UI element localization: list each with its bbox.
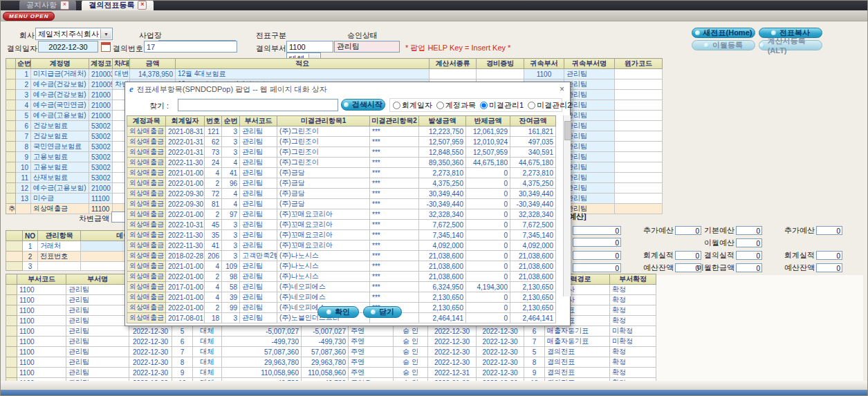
grid-cell[interactable]: 62 xyxy=(205,137,222,147)
radio-icon[interactable] xyxy=(528,102,535,109)
grid-cell[interactable]: (주)금담 xyxy=(277,199,370,209)
grid-cell[interactable]: 확정 xyxy=(610,357,656,368)
grid-cell[interactable]: 2021-01-00 xyxy=(166,292,205,303)
grid-cell[interactable]: 57,087,360 xyxy=(222,347,302,357)
popup-search-input[interactable] xyxy=(178,99,338,111)
grid-cell[interactable]: (주)꼬매요코리아 xyxy=(277,209,370,220)
column-header[interactable]: 관리항목 xyxy=(38,231,81,241)
radio-icon[interactable] xyxy=(393,102,400,109)
grid-cell[interactable]: 고용보험료 xyxy=(31,162,89,173)
grid-cell[interactable]: 12,507,959 xyxy=(466,147,510,158)
grid-cell[interactable]: 9 xyxy=(524,368,545,378)
grid-cell[interactable]: 관리팀 xyxy=(240,209,277,220)
grid-cell[interactable]: 7,345,140 xyxy=(419,230,466,241)
grid-cell[interactable]: 승 인 xyxy=(394,357,428,368)
grid-cell[interactable]: 외상매출금 xyxy=(127,178,166,189)
grid-cell[interactable]: 21000 xyxy=(89,90,113,100)
grid-cell[interactable]: 매출자동기표 xyxy=(545,326,610,337)
grid-cell[interactable]: 12,848,550 xyxy=(419,147,466,158)
grid-cell[interactable] xyxy=(6,285,17,295)
grid-cell[interactable]: 7,672,500 xyxy=(419,220,466,230)
grid-cell[interactable]: 관리팀 xyxy=(564,131,615,142)
grid-cell[interactable]: 1100 xyxy=(17,305,66,316)
grid-cell[interactable]: -5,007,027 xyxy=(302,326,349,337)
grid-cell[interactable]: (주)나노시스 xyxy=(277,261,370,272)
grid-cell[interactable]: 6,324,950 xyxy=(419,282,466,292)
grid-cell[interactable]: 고객만족2팀(J2 xyxy=(240,251,277,261)
grid-cell[interactable]: (주)금담 xyxy=(277,189,370,199)
grid-cell[interactable]: 2022-12-30 xyxy=(477,368,524,378)
grid-cell[interactable]: 관리팀 xyxy=(240,220,277,230)
grid-cell[interactable]: 대체 xyxy=(193,368,222,378)
grid-cell[interactable]: 2,273,810 xyxy=(419,168,466,178)
grid-cell[interactable]: 44,675,180 xyxy=(466,158,510,168)
grid-cell[interactable]: 0 xyxy=(466,261,510,272)
column-header[interactable]: 회계일자 xyxy=(166,116,205,126)
grid-cell[interactable] xyxy=(6,69,16,79)
grid-cell[interactable]: 3 xyxy=(222,251,240,261)
grid-cell[interactable]: 4,375,250 xyxy=(419,178,466,189)
grid-cell[interactable]: 12,061,929 xyxy=(466,126,510,137)
grid-cell[interactable]: 2022-12-30 xyxy=(477,357,524,368)
grid-cell[interactable]: 확정 xyxy=(610,295,656,305)
grid-cell[interactable]: 2022-12-30 xyxy=(477,326,524,337)
grid-cell[interactable]: -499,730 xyxy=(222,337,302,347)
grid-cell[interactable]: 12,223,750 xyxy=(419,126,466,137)
grid-cell[interactable] xyxy=(6,173,16,183)
grid-cell[interactable] xyxy=(6,142,16,152)
column-header[interactable]: 계정명 xyxy=(31,59,89,69)
grid-cell[interactable]: 외상매출금 xyxy=(127,313,166,323)
column-header[interactable]: 부서코드 xyxy=(240,116,277,126)
grid-cell[interactable]: *** xyxy=(370,209,419,220)
calendar-icon[interactable] xyxy=(101,42,111,52)
grid-cell[interactable]: 98 xyxy=(222,272,240,282)
grid-cell[interactable]: -499,730 xyxy=(302,337,349,347)
grid-cell[interactable]: 32,328,340 xyxy=(419,209,466,220)
grid-cell[interactable]: (주)금담 xyxy=(277,168,370,178)
grid-cell[interactable]: 7 xyxy=(16,131,31,142)
grid-cell[interactable]: 39 xyxy=(222,292,240,303)
grid-cell[interactable]: 2 xyxy=(23,252,38,262)
grid-cell[interactable]: 8 xyxy=(524,357,545,368)
column-header[interactable]: 순번 xyxy=(16,59,31,69)
grid-cell[interactable]: 관리팀 xyxy=(564,173,615,183)
grid-cell[interactable] xyxy=(615,100,663,111)
grid-cell[interactable]: 예수금(고용보험) xyxy=(31,111,89,121)
column-header[interactable]: 부서명 xyxy=(66,274,129,285)
grid-cell[interactable] xyxy=(6,295,17,305)
tab-slip-entry[interactable]: 결의전표등록 × xyxy=(82,0,154,10)
grid-cell[interactable]: 관리팀 xyxy=(564,194,615,204)
grid-cell[interactable] xyxy=(615,121,663,131)
grid-cell[interactable]: 관리팀 xyxy=(240,189,277,199)
popup-radio-option[interactable]: 계정과목 xyxy=(436,100,476,111)
grid-cell[interactable] xyxy=(615,204,663,214)
grid-cell[interactable]: 29,963,780 xyxy=(222,357,302,368)
grid-cell[interactable]: 3 xyxy=(222,241,240,251)
popup-search-button[interactable]: 검색시작 xyxy=(341,99,385,111)
grid-cell[interactable]: 53002 xyxy=(89,142,113,152)
grid-cell[interactable]: 2018-02-28 xyxy=(166,251,205,261)
grid-cell[interactable]: 외상매출금 xyxy=(127,137,166,147)
tab-close-icon[interactable]: × xyxy=(60,1,69,10)
grid-cell[interactable] xyxy=(615,173,663,183)
grid-cell[interactable]: 외상매출금 xyxy=(127,199,166,209)
grid-cell[interactable]: 29,963,780 xyxy=(302,357,349,368)
popup-ok-button[interactable]: 확인 xyxy=(317,306,359,318)
grid-cell[interactable]: 2022-12-30 xyxy=(129,357,172,368)
grid-cell[interactable]: 2022-12-30 xyxy=(129,326,172,337)
grid-cell[interactable]: 주엔 xyxy=(349,326,394,337)
grid-cell[interactable]: 0 xyxy=(466,220,510,230)
grid-cell[interactable] xyxy=(6,131,16,142)
grid-cell[interactable]: 4 xyxy=(205,292,222,303)
tab-notice[interactable]: 공지사항 × xyxy=(19,0,76,10)
grid-cell[interactable]: 45 xyxy=(205,220,222,230)
grid-cell[interactable]: 외상매출금 xyxy=(127,241,166,251)
grid-cell[interactable]: 3 xyxy=(16,90,31,100)
grid-cell[interactable]: 11100 xyxy=(89,204,113,214)
grid-cell[interactable]: 53002 xyxy=(89,152,113,162)
grid-cell[interactable]: 관리팀 xyxy=(240,199,277,209)
grid-cell[interactable]: 4 xyxy=(222,158,240,168)
grid-cell[interactable]: 206 xyxy=(205,251,222,261)
grid-cell[interactable]: 21000 xyxy=(89,111,113,121)
grid-cell[interactable]: 99 xyxy=(222,303,240,313)
